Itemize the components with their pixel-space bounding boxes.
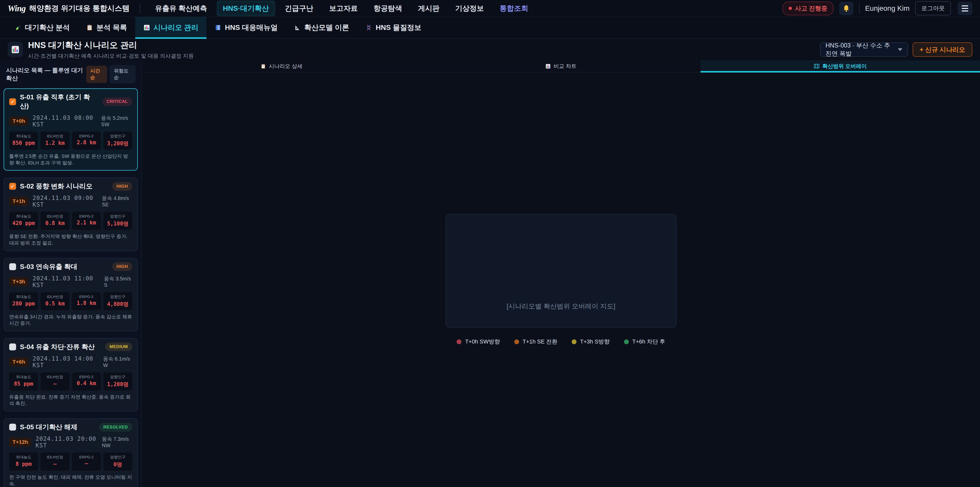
scenario-card-s02[interactable]: S-02 풍향 변화 시나리오 HIGH T+1h 2024.11.03 09:… [3,177,138,251]
stat-erpg2: ERPG-2– [72,452,101,471]
sort-by-risk-button[interactable]: 위험도순 [110,65,135,83]
module-tabbar: 대기확산 분석 분석 목록 시나리오 관리 HNS 대응매뉴얼 확산모델 이론 … [0,17,980,39]
bar-chart-icon [143,24,150,31]
main-panel: 시나리오 상세 비교 차트 확산범위 오버레이 [시나리오별 확산범위 오버레이… [142,60,980,487]
legend-item-t1h: T+1h SE 전환 [514,338,557,345]
clipboard-icon [261,64,266,69]
stat-affected-population: 영향인구4,800명 [103,292,132,310]
scenario-checkbox[interactable] [9,343,16,350]
map-placeholder-text: [시나리오별 확산범위 오버레이 지도] [507,302,615,311]
scenario-sidebar: 시나리오 목록 — 톨루엔 대기확산 시간순 위험도순 S-01 유출 직후 (… [0,60,142,487]
scenario-description: 유출원 차단 완료. 잔류 증기 자연 확산중. 풍속 증가로 희석 촉진. [9,394,132,407]
nav-item-reports[interactable]: 보고자료 [323,0,364,16]
nav-item-hns-dispersion[interactable]: HNS·대기확산 [217,0,275,16]
tab-model-theory[interactable]: 확산모델 이론 [286,17,357,38]
stat-erpg2: ERPG-21.8 km [72,292,101,310]
nav-item-integrated-search[interactable]: 통합조회 [493,0,535,16]
logout-button[interactable]: 로그아웃 [915,1,951,15]
page-subtitle: 시간·조건별 대기확산 예측 시나리오 비교·검토 및 대응 의사결정 지원 [28,52,194,59]
incident-badge-label: 사고 진행중 [795,4,827,13]
tab-dispersion-analysis[interactable]: 대기확산 분석 [6,17,78,38]
stat-idlh-radius: IDLH반경– [41,452,69,471]
incident-select[interactable]: HNS-003 · 부산 수소 추진연 폭발 [820,42,908,57]
nav-item-board[interactable]: 게시판 [412,0,445,16]
scenario-description: 톨루엔 2.5톤 순간 유출. SW 풍향으로 온산 산업단지 방향 확산. I… [9,153,132,166]
stat-erpg2: ERPG-22.1 km [72,212,101,230]
wind-info: 풍속 6.1m/s W [103,356,132,368]
stat-max-concentration: 최대농도280 ppm [9,292,38,310]
sort-by-time-button[interactable]: 시간순 [86,65,107,83]
tab-hns-manual[interactable]: HNS 대응매뉴얼 [207,17,286,38]
time-offset-chip: T+6h [9,357,29,366]
nav-item-weather[interactable]: 기상정보 [449,0,490,16]
scenario-datetime: 2024.11.03 09:00 KST [33,195,98,208]
legend-dot-icon [624,339,629,344]
stat-affected-population: 영향인구3,200명 [103,131,132,150]
overlay-legend: T+0h SW방향 T+1h SE 전환 T+3h S방향 T+6h 차단 후 [457,338,665,345]
scenario-datetime: 2024.11.03 14:00 KST [33,355,99,369]
stat-max-concentration: 최대농도8 ppm [9,452,38,471]
tab-scenario-management[interactable]: 시나리오 관리 [135,17,207,38]
hamburger-menu-button[interactable] [958,2,972,15]
top-right-cluster: 사고 진행중 Eunjeong Kim 로그아웃 [783,1,972,15]
scenario-checkbox[interactable] [9,424,16,431]
bell-icon [842,5,850,12]
risk-badge: HIGH [112,182,132,191]
nav-item-rescue[interactable]: 긴급구난 [279,0,320,16]
legend-dot-icon [572,339,576,344]
scenario-description: 전 구역 안전 농도 확인. 대피 해제. 잔류 오염 모니터링 지속. [9,474,132,487]
scenario-checkbox[interactable] [9,98,16,105]
nav-item-air-search[interactable]: 항공탐색 [368,0,408,16]
stat-idlh-radius: IDLH반경0.8 km [41,212,69,230]
tab-scenario-detail[interactable]: 시나리오 상세 [142,60,422,72]
legend-item-t3h: T+3h S방향 [572,338,610,345]
overlay-map[interactable]: [시나리오별 확산범위 오버레이 지도] [445,214,676,327]
scenario-title: S-04 유출 차단·잔류 확산 [20,342,101,351]
stat-idlh-radius: IDLH반경– [41,372,69,390]
scenario-title: S-02 풍향 변화 시나리오 [20,182,108,191]
bar-chart-icon [11,45,20,54]
stat-affected-population: 영향인구1,200명 [103,372,132,390]
scenario-card-s04[interactable]: S-04 유출 차단·잔류 확산 MEDIUM T+6h 2024.11.03 … [3,338,138,411]
scenario-title: S-01 유출 직후 (초기 확산) [20,93,99,110]
scenario-card-list: S-01 유출 직후 (초기 확산) CRITICAL T+0h 2024.11… [0,87,142,487]
tab-hns-substance-info[interactable]: HNS 물질정보 [357,17,430,38]
brand: Wing 해양환경 위기대응 통합시스템 [8,3,129,14]
scenario-datetime: 2024.11.03 20:00 KST [35,436,98,449]
time-offset-chip: T+3h [9,277,29,286]
tab-dispersion-overlay[interactable]: 확산범위 오버레이 [700,60,980,72]
brand-title: 해양환경 위기대응 통합시스템 [29,3,129,14]
scenario-card-s05[interactable]: S-05 대기확산 해제 RESOLVED T+12h 2024.11.03 2… [3,418,138,487]
tab-analysis-list[interactable]: 분석 목록 [78,17,135,38]
scenario-title: S-05 대기확산 해제 [20,423,95,431]
map-icon [814,63,819,69]
wind-info: 풍속 5.2m/s SW [101,115,132,128]
top-nav: Wing 해양환경 위기대응 통합시스템 유출유 확산예측 HNS·대기확산 긴… [0,0,980,17]
page-icon [8,42,23,57]
sidebar-header: 시나리오 목록 — 톨루엔 대기확산 시간순 위험도순 [0,60,142,87]
bar-chart-icon [546,64,551,69]
page-title: HNS 대기확산 시나리오 관리 [28,40,194,51]
notification-button[interactable] [839,2,853,15]
new-scenario-button[interactable]: + 신규 시나리오 [913,42,973,57]
book-icon [215,24,221,31]
nav-item-oil-spill[interactable]: 유출유 확산예측 [149,0,213,16]
chevron-down-icon [898,48,902,51]
stat-affected-population: 영향인구5,100명 [103,212,132,230]
legend-dot-icon [514,339,519,344]
scenario-card-s01[interactable]: S-01 유출 직후 (초기 확산) CRITICAL T+0h 2024.11… [3,88,138,171]
ruler-icon [294,24,301,31]
scenario-description: 연속유출 3시간 경과. 누적 유출량 증가. 풍속 감소로 체류 시간 증가. [9,314,132,327]
scenario-card-s03[interactable]: S-03 연속유출 확대 HIGH T+3h 2024.11.03 11:00 … [3,258,138,331]
top-divider [859,3,859,14]
stat-idlh-radius: IDLH반경0.5 km [41,292,69,310]
clipboard-icon [86,24,93,31]
stat-max-concentration: 최대농도420 ppm [9,212,38,230]
incident-status-badge: 사고 진행중 [783,2,834,15]
tab-comparison-chart[interactable]: 비교 차트 [422,60,701,72]
risk-badge: CRITICAL [102,97,132,106]
scenario-checkbox[interactable] [9,263,16,270]
scenario-checkbox[interactable] [9,183,16,190]
scenario-description: 풍향 SE 전환. 주거지역 방향 확산 확대. 영향인구 증가. 대피 범위 … [9,233,132,246]
incident-dot-icon [789,6,792,10]
